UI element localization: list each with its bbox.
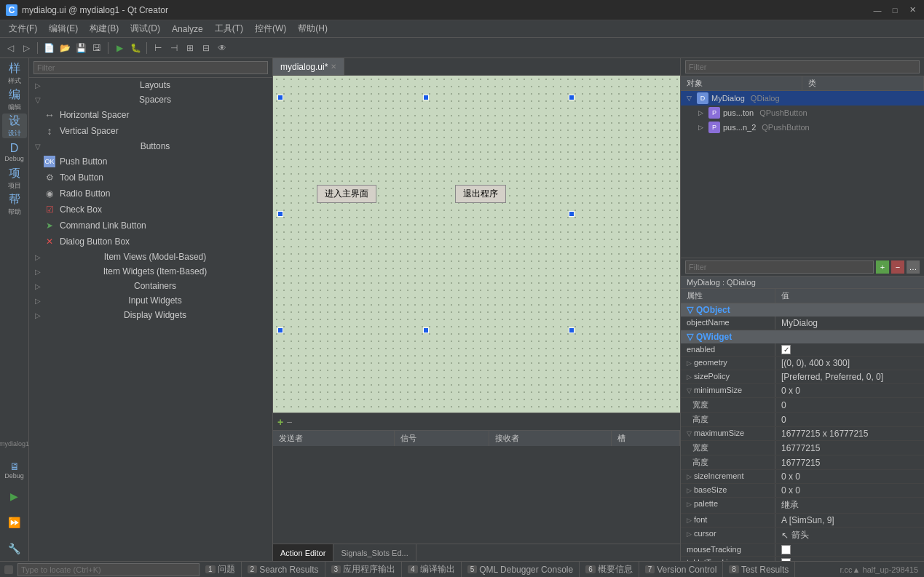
canvas-btn1[interactable]: 进入主界面 <box>317 185 376 203</box>
obj-row-pushbtn2[interactable]: ▷ P pus...n_2 QPushButton <box>681 120 924 135</box>
group-item-views[interactable]: ▷ Item Views (Model-Based) <box>29 250 272 264</box>
group-layouts[interactable]: ▷ Layouts <box>29 78 272 92</box>
spacers-label: Spacers <box>44 95 266 105</box>
sidebar-item-style[interactable]: 样 样式 <box>2 61 27 86</box>
tb-save-btn[interactable]: 💾 <box>74 41 88 55</box>
menu-edit[interactable]: 编辑(E) <box>43 21 84 36</box>
minimize-button[interactable]: — <box>872 4 883 16</box>
group-containers[interactable]: ▷ Containers <box>29 279 272 293</box>
status-tab-tests[interactable]: 8 Test Results <box>723 562 795 577</box>
widget-command-link[interactable]: ➤ Command Link Button <box>29 218 272 234</box>
widget-filter-input[interactable] <box>33 61 268 74</box>
group-spacers[interactable]: ▽ Spacers ↔ Horizontal Spacer ↕ Vertical… <box>29 92 272 139</box>
sidebar-item-tool[interactable]: 🔧 <box>2 536 27 561</box>
widget-horizontal-spacer[interactable]: ↔ Horizontal Spacer <box>29 107 272 123</box>
handle-bm[interactable] <box>423 327 429 333</box>
tb-open-btn[interactable]: 📂 <box>58 41 72 55</box>
canvas-btn2[interactable]: 退出程序 <box>455 185 506 203</box>
sidebar-item-run[interactable]: ▶ <box>2 484 27 509</box>
menu-debug[interactable]: 调试(D) <box>125 21 166 36</box>
widget-dialog-button-box[interactable]: ✕ Dialog Button Box <box>29 234 272 250</box>
sidebar-item-design[interactable]: 设 设计 <box>2 114 27 138</box>
sidebar-item-bottom1[interactable]: mydialog1 <box>2 431 27 456</box>
status-tab-vcs[interactable]: 7 Version Control <box>639 562 724 577</box>
maximize-button[interactable]: □ <box>889 4 901 16</box>
mousetracking-checkbox[interactable]: ✓ <box>781 545 791 554</box>
menu-file[interactable]: 文件(F) <box>3 21 43 36</box>
tb-back-btn[interactable]: ◁ <box>3 41 17 55</box>
tb-grid-btn[interactable]: ⊞ <box>183 41 197 55</box>
sidebar-item-debug[interactable]: D Debug <box>2 140 27 164</box>
tab-signals-slots-editor[interactable]: Signals_Slots Ed... <box>333 544 416 561</box>
handle-ml[interactable] <box>277 211 283 217</box>
display-widgets-label: Display Widgets <box>44 310 266 320</box>
col-slot: 槽 <box>612 431 680 446</box>
tb-run-btn[interactable]: ▶ <box>112 41 127 55</box>
horizontal-spacer-label: Horizontal Spacer <box>60 110 129 120</box>
prop-dots-btn[interactable]: … <box>907 260 920 274</box>
object-filter-input[interactable] <box>685 60 920 73</box>
handle-bl[interactable] <box>277 327 283 333</box>
prop-basesize-val: 0 x 0 <box>781 485 800 496</box>
tb-align-right[interactable]: ⊣ <box>167 41 181 55</box>
obj-row-mydialog[interactable]: ▽ D MyDialog QDialog <box>681 91 924 106</box>
prop-col-headers: 属性 值 <box>681 289 924 303</box>
sidebar-item-bottom-debug[interactable]: 🖥 Debug <box>2 458 27 482</box>
design-canvas[interactable]: 进入主界面 退出程序 <box>273 76 680 413</box>
status-tab-qml[interactable]: 5 QML Debugger Console <box>462 562 580 577</box>
status-search-input[interactable] <box>17 563 200 576</box>
handle-br[interactable] <box>569 327 574 333</box>
group-input-widgets[interactable]: ▷ Input Widgets <box>29 293 272 308</box>
group-buttons[interactable]: ▽ Buttons OK Push Button ⚙ Tool Button ◉… <box>29 139 272 250</box>
handle-tl[interactable] <box>277 95 283 100</box>
tb-forward-btn[interactable]: ▷ <box>19 41 33 55</box>
group-display-widgets[interactable]: ▷ Display Widgets <box>29 308 272 322</box>
tab-close-btn[interactable]: ✕ <box>331 63 336 71</box>
menu-widgets[interactable]: 控件(W) <box>249 21 292 36</box>
handle-tm[interactable] <box>423 95 429 100</box>
status-tab-compile[interactable]: 4 编译输出 <box>402 562 462 577</box>
widget-radio-button[interactable]: ◉ Radio Button <box>29 186 272 202</box>
menu-analyze[interactable]: Analyze <box>166 23 209 36</box>
tab-action-editor[interactable]: Action Editor <box>273 544 333 561</box>
mydialog-name: MyDialog <box>711 94 745 103</box>
main-tab[interactable]: mydialog.ui* ✕ <box>273 58 344 75</box>
tb-align-left[interactable]: ⊢ <box>151 41 165 55</box>
widget-check-box[interactable]: ☑ Check Box <box>29 202 272 218</box>
widget-vertical-spacer[interactable]: ↕ Vertical Spacer <box>29 123 272 139</box>
command-link-label: Command Link Button <box>60 220 146 231</box>
widget-tool-button[interactable]: ⚙ Tool Button <box>29 170 272 186</box>
sidebar-item-help[interactable]: 帮 帮助 <box>2 192 27 217</box>
group-item-widgets[interactable]: ▷ Item Widgets (Item-Based) <box>29 264 272 279</box>
obj-row-pushbtn1[interactable]: ▷ P pus...ton QPushButton <box>681 106 924 120</box>
prop-add-btn[interactable]: + <box>876 260 889 274</box>
horizontal-spacer-icon: ↔ <box>44 109 55 121</box>
status-icon-shape <box>4 565 13 574</box>
prop-minus-btn[interactable]: − <box>891 260 904 274</box>
tb-preview[interactable]: 👁 <box>215 41 229 55</box>
tb-debug-btn[interactable]: 🐛 <box>128 41 143 55</box>
handle-tr[interactable] <box>569 95 574 100</box>
status-tab-app-output[interactable]: 3 应用程序输出 <box>325 562 403 577</box>
status-tab-problems[interactable]: 1 问题 <box>200 562 242 577</box>
menu-tools[interactable]: 工具(T) <box>209 21 249 36</box>
prop-sizepolicy: ▷sizePolicy [Preferred, Preferred, 0, 0] <box>681 370 924 384</box>
menu-help[interactable]: 帮助(H) <box>292 21 333 36</box>
sidebar-item-step[interactable]: ⏩ <box>2 510 27 535</box>
sidebar-item-project[interactable]: 项 项目 <box>2 166 27 191</box>
tb-new-btn[interactable]: 📄 <box>42 41 56 55</box>
enabled-checkbox[interactable]: ✓ <box>781 345 791 354</box>
tb-break-layout[interactable]: ⊟ <box>199 41 213 55</box>
prop-filter-input[interactable] <box>685 260 874 274</box>
menu-build[interactable]: 构建(B) <box>84 21 125 36</box>
close-button[interactable]: ✕ <box>907 4 918 16</box>
status-tab-search[interactable]: 2 Search Results <box>242 562 325 577</box>
signal-remove-btn[interactable]: − <box>286 416 292 428</box>
push-button-label: Push Button <box>60 156 107 167</box>
widget-push-button[interactable]: OK Push Button <box>29 154 272 170</box>
tb-save-all-btn[interactable]: 🖫 <box>90 41 104 55</box>
handle-mr[interactable] <box>569 211 574 217</box>
status-tab-overview[interactable]: 6 概要信息 <box>580 562 639 577</box>
signal-add-btn[interactable]: + <box>277 416 283 428</box>
sidebar-item-edit[interactable]: 编 编辑 <box>2 87 27 112</box>
